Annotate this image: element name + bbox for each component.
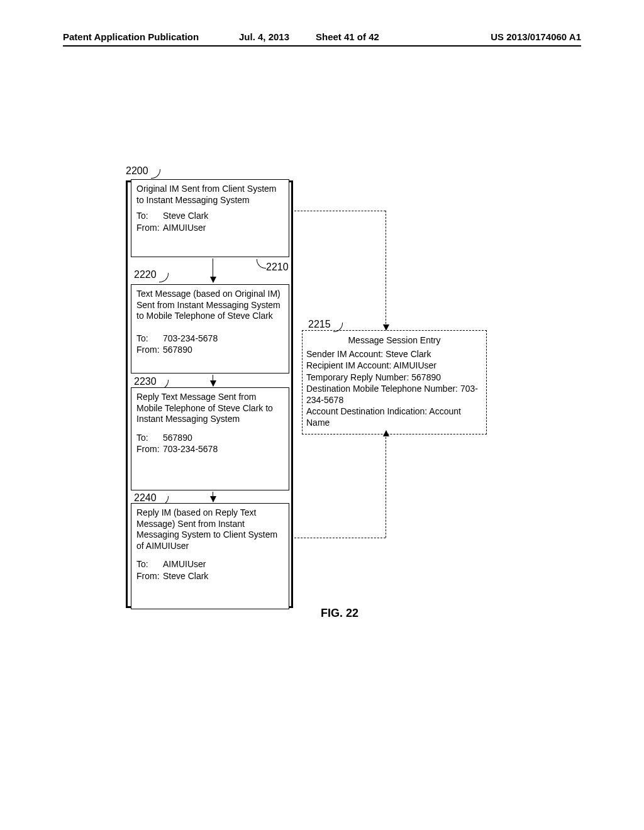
from-value: 567890: [163, 345, 192, 355]
session-box: Message Session Entry Sender IM Account:…: [302, 330, 487, 434]
session-line2: Recipient IM Account: AIMUIUser: [306, 360, 482, 371]
arrow-2210-2220: [213, 258, 213, 282]
box-2230-addr: To:567890 From:703-234-5678: [136, 433, 284, 455]
from-label: From:: [136, 571, 163, 582]
to-label: To:: [136, 433, 163, 444]
to-label: To:: [136, 559, 163, 570]
box-2220-addr: To:703-234-5678 From:567890: [136, 333, 284, 356]
dash-v1: [386, 211, 386, 330]
ref-2210: 2210: [266, 262, 289, 273]
to-value: Steve Clark: [163, 211, 208, 221]
box-2240-title: Reply IM (based on Reply Text Message) S…: [136, 507, 284, 551]
session-title: Message Session Entry: [306, 335, 482, 346]
to-value: 567890: [163, 433, 192, 443]
dash-v2: [386, 431, 386, 538]
dash-h2: [291, 538, 386, 538]
box-2230: Reply Text Message Sent from Mobile Tele…: [131, 387, 289, 490]
from-label: From:: [136, 345, 163, 356]
arrow-2220-2230: [213, 375, 213, 386]
header-pubno: US 2013/0174060 A1: [491, 31, 581, 42]
session-line4: Destination Mobile Telephone Number: 703…: [306, 383, 482, 406]
from-label: From:: [136, 444, 163, 455]
dash-h1: [291, 211, 386, 211]
session-line1: Sender IM Account: Steve Clark: [306, 348, 482, 360]
box-2240-addr: To:AIMUIUser From:Steve Clark: [136, 559, 284, 582]
figure-caption: FIG. 22: [119, 607, 560, 620]
ref-2215: 2215: [308, 319, 331, 330]
session-line5: Account Destination Indication: Account …: [306, 406, 482, 428]
box-2220-title: Text Message (based on Original IM) Sent…: [136, 289, 284, 322]
box-2230-title: Reply Text Message Sent from Mobile Tele…: [136, 392, 284, 425]
header-sheet: Sheet 41 of 42: [316, 31, 379, 42]
from-value: 703-234-5678: [163, 444, 218, 454]
ref-2220: 2220: [134, 269, 157, 280]
box-2220: Text Message (based on Original IM) Sent…: [131, 284, 289, 374]
box-2210-title: Original IM Sent from Client System to I…: [136, 184, 284, 206]
ref-2240: 2240: [134, 492, 157, 504]
header-rule: [63, 45, 581, 47]
to-value: AIMUIUser: [163, 559, 206, 569]
header-publication: Patent Application Publication: [63, 31, 199, 42]
box-2210-addr: To:Steve Clark From:AIMUIUser: [136, 211, 284, 233]
leader-2200: [151, 169, 160, 179]
main-container: Original IM Sent from Client System to I…: [126, 180, 293, 608]
from-label: From:: [136, 223, 163, 234]
patent-page: Patent Application Publication Jul. 4, 2…: [0, 0, 644, 830]
leader-2220: [159, 273, 169, 282]
session-line3: Temporary Reply Number: 567890: [306, 372, 482, 383]
leader-2210: [257, 259, 266, 268]
header-date: Jul. 4, 2013: [239, 31, 289, 42]
arrow-2230-2240: [213, 492, 213, 502]
from-value: AIMUIUser: [163, 223, 206, 233]
ref-2230: 2230: [134, 376, 157, 387]
to-label: To:: [136, 333, 163, 345]
box-2240: Reply IM (based on Reply Text Message) S…: [131, 503, 289, 609]
to-value: 703-234-5678: [163, 333, 218, 343]
to-label: To:: [136, 211, 163, 222]
box-2210: Original IM Sent from Client System to I…: [131, 179, 289, 257]
from-value: Steve Clark: [163, 571, 208, 581]
ref-2200: 2200: [126, 165, 148, 177]
